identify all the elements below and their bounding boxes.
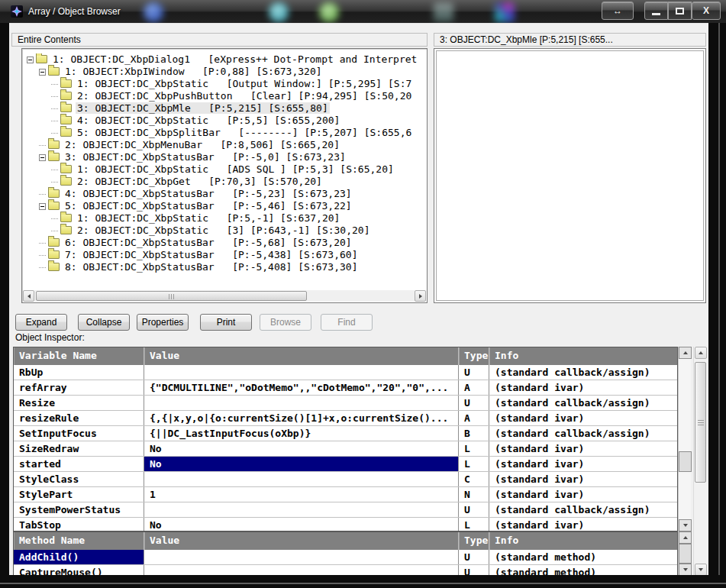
- variable-cell-value[interactable]: 1: [144, 487, 459, 502]
- scroll-up-button[interactable]: [695, 347, 707, 359]
- variable-cell-type[interactable]: L: [459, 441, 489, 456]
- variable-cell-value[interactable]: No: [144, 518, 459, 531]
- tree-item[interactable]: 8: OBJECT:DC_XbpStatusBar [P:-5,408] [S:…: [24, 261, 425, 273]
- variable-cell-name[interactable]: RbUp: [14, 365, 144, 380]
- variable-cell-type[interactable]: A: [459, 411, 489, 425]
- collapse-toggle-icon[interactable]: [27, 57, 34, 63]
- tree-item[interactable]: 2: OBJECT:DC_XbpGet [P:70,3] [S:570,20]: [24, 176, 425, 188]
- tree-item[interactable]: 5: OBJECT:DC_XbpStatusBar [P:-5,46] [S:6…: [24, 200, 425, 212]
- tree-item[interactable]: 5: OBJECT:DC_XbpSplitBar [--------] [P:5…: [24, 127, 425, 139]
- resize-width-button[interactable]: ↔: [602, 2, 634, 20]
- variable-cell-value[interactable]: [144, 472, 459, 486]
- variable-row[interactable]: resizeRule{,{|x,y,o|{o:currentSize()[1]+…: [14, 411, 677, 426]
- variable-cell-name[interactable]: StyleClass: [14, 472, 144, 486]
- maximize-button[interactable]: [668, 2, 692, 20]
- variable-cell-type[interactable]: B: [459, 426, 489, 441]
- variables-table[interactable]: Variable NameValueTypeInfoRbUpU(standard…: [13, 347, 678, 531]
- variable-cell-type[interactable]: L: [459, 518, 489, 531]
- variable-cell-name[interactable]: resizeRule: [14, 411, 144, 425]
- method-cell-value[interactable]: [144, 565, 459, 575]
- scrollbar-thumb[interactable]: [679, 451, 692, 472]
- tree-item[interactable]: 2: OBJECT:DC_XbpPushButton [Clear] [P:94…: [24, 90, 425, 102]
- variable-cell-value[interactable]: {"DCMULTILINE","oDotMemo",,"cDotMemo","2…: [144, 380, 459, 395]
- tree-item[interactable]: 7: OBJECT:DC_XbpStatusBar [P:-5,438] [S:…: [24, 249, 425, 261]
- collapse-toggle-icon[interactable]: [39, 154, 46, 161]
- variable-row[interactable]: SystemPowerStatusU(standard callback/ass…: [14, 502, 677, 518]
- collapse-toggle-icon[interactable]: [39, 69, 46, 76]
- object-preview-content[interactable]: [436, 50, 704, 301]
- variable-cell-value[interactable]: No: [144, 441, 459, 456]
- variable-cell-name[interactable]: Resize: [14, 396, 144, 410]
- variable-cell-name[interactable]: started: [14, 457, 144, 471]
- method-cell-name[interactable]: CaptureMouse(): [14, 565, 144, 575]
- variable-cell-value[interactable]: {,{|x,y,o|{o:currentSize()[1]+x,o:curren…: [144, 411, 459, 425]
- find-button[interactable]: Find: [321, 314, 373, 331]
- variable-cell-info[interactable]: (standard ivar): [489, 518, 677, 531]
- variable-cell-value[interactable]: {||DC_LastInputFocus(oXbp)}: [144, 426, 459, 441]
- variable-cell-name[interactable]: refArray: [14, 380, 144, 395]
- variable-cell-name[interactable]: SystemPowerStatus: [14, 502, 144, 517]
- variable-row[interactable]: StylePart1N(standard ivar): [14, 487, 677, 502]
- variable-cell-name[interactable]: SizeRedraw: [14, 441, 144, 456]
- tree-horizontal-scrollbar[interactable]: [23, 290, 426, 302]
- scroll-left-button[interactable]: [23, 290, 34, 302]
- variable-row[interactable]: SetInputFocus{||DC_LastInputFocus(oXbp)}…: [14, 426, 677, 441]
- variable-cell-type[interactable]: L: [459, 457, 489, 471]
- scroll-down-button[interactable]: [695, 564, 707, 575]
- scroll-down-button[interactable]: [679, 519, 692, 531]
- variable-cell-type[interactable]: N: [459, 487, 489, 502]
- method-cell-info[interactable]: (standard method): [489, 550, 677, 564]
- browse-button[interactable]: Browse: [260, 314, 311, 331]
- variable-cell-info[interactable]: (standard ivar): [489, 487, 677, 502]
- tree-item[interactable]: 2: OBJECT:DC_XbpStatic [3] [P:643,-1] [S…: [24, 225, 425, 237]
- variable-cell-type[interactable]: U: [459, 396, 489, 410]
- tree-item[interactable]: 1: OBJECT:XbpIWindow [P:0,88] [S:673,320…: [24, 66, 425, 78]
- expand-button[interactable]: Expand: [15, 314, 67, 331]
- method-cell-info[interactable]: (standard method): [489, 565, 677, 575]
- print-button[interactable]: Print: [200, 314, 252, 331]
- tree-view[interactable]: 1: OBJECT:DC_XbpDialog1 [eXpress++ Dot-P…: [21, 48, 428, 303]
- scrollbar-thumb[interactable]: [36, 291, 307, 301]
- variable-cell-type[interactable]: U: [459, 365, 489, 380]
- tree-item[interactable]: 6: OBJECT:DC_XbpStatusBar [P:-5,68] [S:6…: [24, 237, 425, 249]
- variable-row[interactable]: StyleClassC(standard ivar): [14, 472, 677, 487]
- tree-item[interactable]: 1: OBJECT:DC_XbpStatic [P:5,-1] [S:637,2…: [24, 212, 425, 225]
- scroll-up-button[interactable]: [679, 531, 692, 544]
- method-row[interactable]: CaptureMouse()U(standard method): [14, 565, 677, 575]
- variable-cell-info[interactable]: (standard ivar): [489, 380, 677, 395]
- variable-cell-name[interactable]: SetInputFocus: [14, 426, 144, 441]
- scrollbar-thumb[interactable]: [679, 544, 692, 564]
- scroll-right-button[interactable]: [415, 290, 426, 302]
- tree-item[interactable]: 3: OBJECT:DC_XbpStatusBar [P:-5,0] [S:67…: [24, 151, 425, 163]
- methods-scrollbar[interactable]: [678, 531, 691, 575]
- scroll-up-button[interactable]: [679, 347, 692, 359]
- method-cell-name[interactable]: AddChild(): [14, 550, 144, 564]
- method-cell-type[interactable]: U: [459, 550, 489, 564]
- variable-cell-info[interactable]: (standard callback/assign): [489, 365, 677, 380]
- collapse-toggle-icon[interactable]: [39, 203, 46, 210]
- variable-cell-info[interactable]: (standard callback/assign): [489, 502, 677, 517]
- properties-button[interactable]: Properties: [137, 314, 189, 331]
- variable-cell-value[interactable]: [144, 502, 459, 517]
- variable-cell-type[interactable]: C: [459, 472, 489, 486]
- variable-cell-info[interactable]: (standard ivar): [489, 472, 677, 486]
- scroll-down-button[interactable]: [679, 564, 692, 575]
- tree-item[interactable]: 1: OBJECT:DC_XbpStatic [ADS SQL ] [P:5,3…: [24, 163, 425, 176]
- variable-cell-info[interactable]: (standard ivar): [489, 457, 677, 471]
- variable-cell-info[interactable]: (standard callback/assign): [489, 396, 677, 410]
- variables-scrollbar[interactable]: [678, 347, 691, 531]
- variable-row[interactable]: startedNoL(standard ivar): [14, 457, 677, 472]
- minimize-button[interactable]: [644, 2, 668, 20]
- variable-cell-info[interactable]: (standard ivar): [489, 441, 677, 456]
- tree-item[interactable]: 3: OBJECT:DC_XbpMle [P:5,215] [S:655,80]: [24, 102, 425, 115]
- close-button[interactable]: X: [692, 2, 721, 20]
- variable-row[interactable]: TabStopNoL(standard ivar): [14, 518, 677, 531]
- variable-cell-name[interactable]: TabStop: [14, 518, 144, 531]
- collapse-button[interactable]: Collapse: [78, 314, 130, 331]
- method-cell-type[interactable]: U: [459, 565, 489, 575]
- method-row[interactable]: AddChild()U(standard method): [14, 550, 677, 565]
- scrollbar-thumb[interactable]: [695, 362, 706, 483]
- tree-item[interactable]: 2: OBJECT:DC_XbpMenuBar [P:8,506] [S:665…: [24, 139, 425, 151]
- variable-row[interactable]: RbUpU(standard callback/assign): [14, 365, 677, 380]
- tree-item[interactable]: 1: OBJECT:DC_XbpDialog1 [eXpress++ Dot-P…: [24, 53, 425, 66]
